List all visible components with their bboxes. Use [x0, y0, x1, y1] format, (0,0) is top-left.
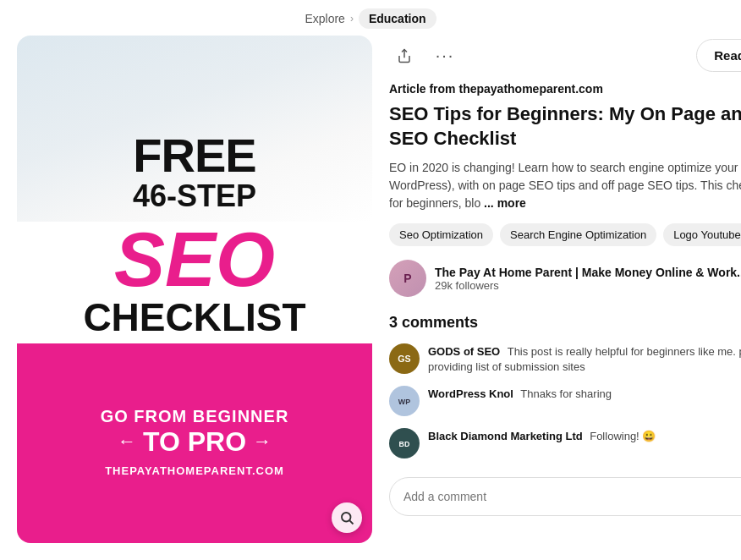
- comment-avatar-gods: GS: [389, 343, 420, 374]
- comment-text-bd: Following! 😀: [590, 430, 656, 442]
- comment-author-gods[interactable]: GODS of SEO: [428, 345, 500, 358]
- article-source-domain[interactable]: thepayathomeparent.com: [458, 82, 602, 96]
- tag-logo-youtube[interactable]: Logo Youtube: [663, 223, 741, 246]
- svg-point-0: [342, 513, 351, 522]
- pin-website-text: THEPAYATHOMEPARENT.COM: [105, 464, 284, 477]
- pin-top-bg: FREE 46-STEP: [17, 36, 372, 222]
- article-desc-text: EO in 2020 is changing! Learn how to sea…: [389, 161, 741, 210]
- breadcrumb-chevron-icon: ›: [350, 13, 354, 25]
- pin-to-pro-text: TO PRO: [143, 426, 246, 458]
- tags-row: Seo Optimization Search Engine Optimizat…: [389, 222, 741, 246]
- pin-checklist-text: CHECKLIST: [25, 298, 364, 337]
- pin-arrow-left: ←: [118, 431, 136, 453]
- pin-image-panel: FREE 46-STEP SEO CHECKLIST GO FROM BEGIN…: [17, 36, 372, 543]
- svg-text:GS: GS: [398, 354, 410, 365]
- breadcrumb-explore[interactable]: Explore: [305, 12, 344, 25]
- comment-input[interactable]: [403, 490, 741, 503]
- pin-image: FREE 46-STEP SEO CHECKLIST GO FROM BEGIN…: [17, 36, 372, 543]
- comment-body-wp: WordPress Knol Thnaks for sharing: [428, 386, 741, 401]
- toolbar: ··· Read it Save: [389, 39, 741, 72]
- author-name[interactable]: The Pay At Home Parent | Make Money Onli…: [435, 266, 741, 279]
- svg-text:WP: WP: [398, 398, 410, 407]
- pin-seo-section: SEO CHECKLIST: [17, 222, 372, 343]
- breadcrumb-education-tag[interactable]: Education: [359, 8, 436, 29]
- svg-text:BD: BD: [399, 441, 410, 449]
- breadcrumb: Explore › Education: [0, 0, 741, 36]
- comment-body-bd: Black Diamond Marketing Ltd Following! 😀: [428, 428, 741, 443]
- comment-item: GS GODS of SEO This post is really helpf…: [389, 343, 741, 374]
- comment-item-bd: BD Black Diamond Marketing Ltd Following…: [389, 428, 741, 458]
- info-panel: ··· Read it Save Article from thepayatho…: [389, 36, 741, 543]
- comment-body-gods: GODS of SEO This post is really helpful …: [428, 343, 741, 374]
- more-options-icon[interactable]: ···: [430, 41, 460, 71]
- pin-arrow-row: ← TO PRO →: [118, 426, 272, 458]
- author-followers: 29k followers: [435, 279, 741, 292]
- svg-line-1: [349, 520, 353, 524]
- toolbar-left: ···: [389, 41, 460, 71]
- pin-46step-text: 46-STEP: [133, 179, 256, 213]
- lens-search-icon[interactable]: [332, 502, 362, 533]
- article-source: Article from thepayathomeparent.com: [389, 82, 741, 96]
- comment-text-wp: Thnaks for sharing: [520, 387, 612, 400]
- comment-avatar-bd: BD: [389, 428, 420, 458]
- article-more-link[interactable]: ... more: [484, 196, 526, 210]
- toolbar-right: Read it Save: [696, 39, 741, 72]
- author-row: P The Pay At Home Parent | Make Money On…: [389, 260, 741, 297]
- pin-bottom-section: GO FROM BEGINNER ← TO PRO → THEPAYATHOME…: [17, 343, 372, 543]
- comment-author-wp[interactable]: WordPress Knol: [428, 387, 513, 400]
- pin-seo-text: SEO: [25, 222, 364, 298]
- comment-item-wp: WP WordPress Knol Thnaks for sharing: [389, 386, 741, 416]
- share-icon[interactable]: [389, 41, 420, 71]
- add-comment-row: 😀: [389, 477, 741, 516]
- pin-go-from-text: GO FROM BEGINNER: [101, 407, 289, 426]
- pin-arrow-right: →: [253, 431, 272, 453]
- article-description: EO in 2020 is changing! Learn how to sea…: [389, 159, 741, 212]
- comment-author-bd[interactable]: Black Diamond Marketing Ltd: [428, 430, 583, 442]
- main-container: FREE 46-STEP SEO CHECKLIST GO FROM BEGIN…: [0, 36, 741, 543]
- comments-count: 3 comments: [389, 314, 741, 332]
- article-source-prefix: Article from: [389, 82, 456, 96]
- comment-avatar-wp: WP: [389, 386, 420, 416]
- read-it-button[interactable]: Read it: [696, 39, 741, 72]
- pin-free-text: FREE: [133, 132, 255, 179]
- author-avatar: P: [389, 260, 426, 297]
- tag-seo-optimization[interactable]: Seo Optimization: [389, 223, 493, 246]
- article-title: SEO Tips for Beginners: My On Page and O…: [389, 102, 741, 151]
- tag-search-engine-optimization[interactable]: Search Engine Optimization: [500, 223, 656, 246]
- author-info: The Pay At Home Parent | Make Money Onli…: [435, 266, 741, 292]
